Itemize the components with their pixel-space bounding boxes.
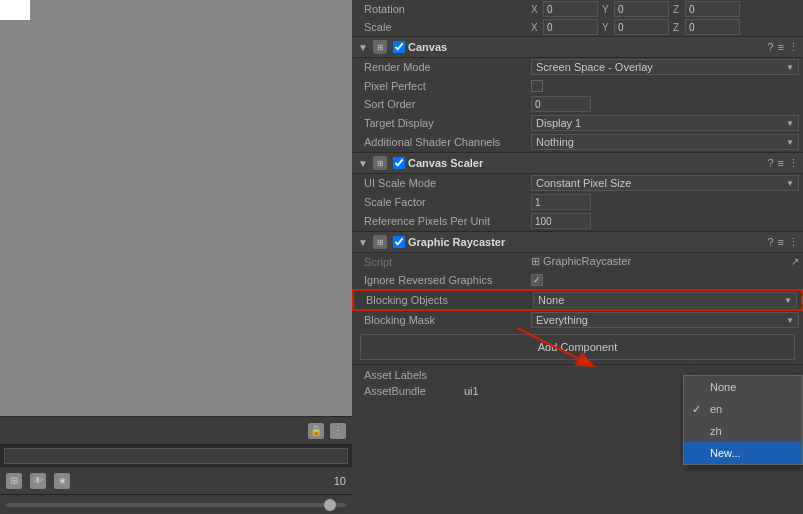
target-display-dropdown[interactable]: Display 1 ▼ [531,115,799,131]
lock-icon[interactable]: 🔒 [308,423,324,439]
canvas-scaler-settings-icon[interactable]: ≡ [778,157,784,169]
ignore-reversed-row: Ignore Reversed Graphics ✓ [352,271,803,289]
rotation-x-field: X [531,1,598,17]
target-display-row: Target Display Display 1 ▼ [352,114,803,133]
scale-z-input[interactable] [685,19,740,35]
ui-scale-mode-row: UI Scale Mode Constant Pixel Size ▼ [352,174,803,193]
graphic-raycaster-section-header[interactable]: ▼ ⊞ Graphic Raycaster ? ≡ ⋮ [352,231,803,253]
none-label: None [710,381,736,393]
canvas-section-header[interactable]: ▼ ⊞ Canvas ? ≡ ⋮ [352,36,803,58]
render-mode-label: Render Mode [356,61,531,73]
canvas-scaler-more-icon[interactable]: ⋮ [788,157,799,170]
target-display-value: Display 1 [536,117,581,129]
canvas-scaler-title: Canvas Scaler [408,157,767,169]
canvas-more-icon[interactable]: ⋮ [788,41,799,54]
canvas-scaler-section-header[interactable]: ▼ ⊞ Canvas Scaler ? ≡ ⋮ [352,152,803,174]
ui-scale-mode-value: Constant Pixel Size [536,177,631,189]
render-mode-value: Screen Space - Overlay [536,61,653,73]
graphic-raycaster-settings-icon[interactable]: ≡ [778,236,784,248]
scale-x-axis: X [531,22,541,33]
layers-icon[interactable]: ⊞ [6,473,22,489]
render-mode-row: Render Mode Screen Space - Overlay ▼ [352,58,803,77]
blocking-mask-dropdown[interactable]: Everything ▼ [531,312,799,328]
blocking-mask-value: Everything [536,314,588,326]
pixel-perfect-checkbox[interactable] [531,80,543,92]
target-display-arrow-icon: ▼ [786,119,794,128]
rotation-x-axis: X [531,4,541,15]
scale-fields: X Y Z [531,19,799,35]
ignore-reversed-checkbox[interactable]: ✓ [531,274,543,286]
sort-order-input[interactable] [531,96,591,112]
rotation-z-field: Z [673,1,740,17]
dropdown-item-none[interactable]: None [684,376,802,398]
slider-track[interactable] [6,503,346,507]
graphic-raycaster-section-icons: ? ≡ ⋮ [767,236,799,249]
slider-thumb[interactable] [324,499,336,511]
eye-icon[interactable]: 👁 [30,473,46,489]
dropdown-item-en[interactable]: ✓ en [684,398,802,420]
canvas-scaler-enabled-checkbox[interactable] [393,157,405,169]
scale-factor-row: Scale Factor [352,193,803,212]
scale-z-field: Z [673,19,740,35]
ui-scale-mode-label: UI Scale Mode [356,177,531,189]
en-check: ✓ [692,403,704,416]
ignore-reversed-label: Ignore Reversed Graphics [356,274,531,286]
rotation-x-input[interactable] [543,1,598,17]
render-mode-arrow-icon: ▼ [786,63,794,72]
script-link-icon[interactable]: ↗ [791,256,799,267]
canvas-icon: ⊞ [373,40,387,54]
ui-scale-mode-dropdown[interactable]: Constant Pixel Size ▼ [531,175,799,191]
additional-shader-row: Additional Shader Channels Nothing ▼ [352,133,803,152]
en-label: en [710,403,722,415]
blocking-mask-arrow-icon: ▼ [786,316,794,325]
script-row: Script ⊞ GraphicRaycaster ↗ [352,253,803,271]
canvas-scaler-help-icon[interactable]: ? [767,157,773,169]
blocking-objects-dropdown[interactable]: None ▼ [533,292,797,308]
canvas-help-icon[interactable]: ? [767,41,773,53]
bottom-slider [0,494,352,514]
scale-y-axis: Y [602,22,612,33]
search-input[interactable] [4,448,348,464]
render-mode-dropdown[interactable]: Screen Space - Overlay ▼ [531,59,799,75]
canvas-enabled-checkbox[interactable] [393,41,405,53]
scale-row: Scale X Y Z [352,18,803,36]
ui-scale-mode-arrow-icon: ▼ [786,179,794,188]
graphic-raycaster-enabled-checkbox[interactable] [393,236,405,248]
add-component-button[interactable]: Add Component [360,334,795,360]
scale-y-input[interactable] [614,19,669,35]
scale-factor-label: Scale Factor [356,196,531,208]
rotation-label: Rotation [356,3,531,15]
ref-pixels-input[interactable] [531,213,591,229]
icon-row: ⊞ 👁 ★ 10 [0,466,352,494]
ref-pixels-label: Reference Pixels Per Unit [356,215,531,227]
star-icon[interactable]: ★ [54,473,70,489]
graphic-raycaster-title: Graphic Raycaster [408,236,767,248]
additional-shader-arrow-icon: ▼ [786,138,794,147]
scale-z-axis: Z [673,22,683,33]
scale-label: Scale [356,21,531,33]
sort-order-row: Sort Order [352,95,803,114]
preview-inner [0,0,352,416]
additional-shader-dropdown[interactable]: Nothing ▼ [531,134,799,150]
scale-x-field: X [531,19,598,35]
dots-icon[interactable]: ⋮ [330,423,346,439]
graphic-raycaster-icon: ⊞ [373,235,387,249]
dropdown-item-zh[interactable]: zh [684,420,802,442]
rotation-y-input[interactable] [614,1,669,17]
dropdown-item-new[interactable]: New... [684,442,802,464]
graphic-raycaster-more-icon[interactable]: ⋮ [788,236,799,249]
asset-bundle-label: AssetBundle [364,385,464,397]
canvas-scaler-section-icons: ? ≡ ⋮ [767,157,799,170]
rotation-row: Rotation X Y Z [352,0,803,18]
scale-y-field: Y [602,19,669,35]
rotation-z-input[interactable] [685,1,740,17]
right-panel: Rotation X Y Z Scale [352,0,803,514]
graphic-raycaster-help-icon[interactable]: ? [767,236,773,248]
left-panel: 🔒 ⋮ ⊞ 👁 ★ 10 [0,0,352,514]
scale-x-input[interactable] [543,19,598,35]
scale-factor-input[interactable] [531,194,591,210]
target-display-label: Target Display [356,117,531,129]
rotation-fields: X Y Z [531,1,799,17]
canvas-arrow-icon: ▼ [356,40,370,54]
canvas-settings-icon[interactable]: ≡ [778,41,784,53]
